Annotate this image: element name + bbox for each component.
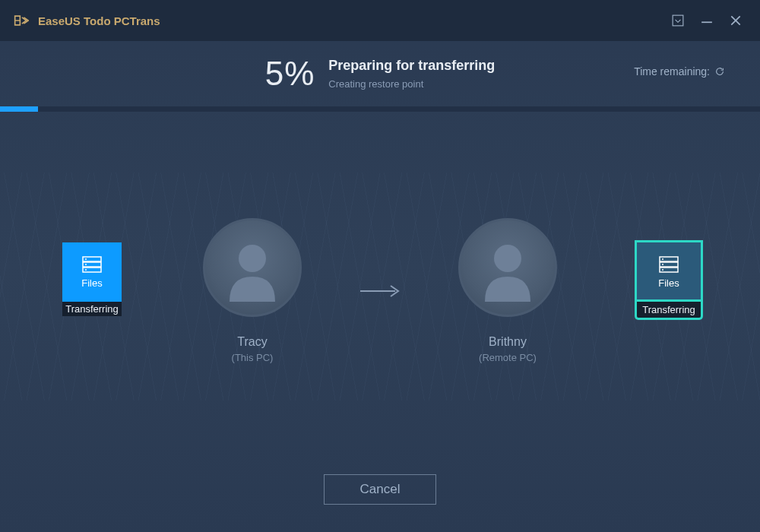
- transfer-arrow-icon: [359, 283, 401, 299]
- source-pc: Tracy (This PC): [176, 218, 328, 363]
- titlebar: EaseUS Todo PCTrans: [0, 0, 760, 41]
- status-title: Preparing for transferring: [328, 58, 495, 74]
- target-pc-name: Brithny: [489, 335, 527, 349]
- progress-fill: [0, 106, 38, 112]
- source-pc-role: (This PC): [232, 352, 274, 363]
- close-button[interactable]: [730, 14, 742, 27]
- minimize-button[interactable]: [701, 14, 713, 27]
- svg-point-16: [239, 245, 266, 272]
- status-header: 5% Preparing for transferring Creating r…: [0, 41, 760, 106]
- svg-rect-0: [673, 15, 683, 26]
- logo-icon: [14, 14, 29, 27]
- window-controls: [672, 0, 752, 41]
- progress-bar: [0, 106, 760, 112]
- cancel-button[interactable]: Cancel: [324, 474, 436, 505]
- target-pc: Brithny (Remote PC): [432, 218, 584, 363]
- svg-point-18: [494, 245, 521, 272]
- app-title: EaseUS Todo PCTrans: [38, 14, 160, 27]
- status-subtitle: Creating restore point: [328, 78, 495, 90]
- pc-avatars-row: Tracy (This PC) Brithny (Remote PC): [0, 218, 760, 363]
- footer: Cancel: [0, 474, 760, 505]
- transfer-visual: Files Transferring Files Transferring: [0, 112, 760, 461]
- dropdown-menu-button[interactable]: [672, 14, 684, 27]
- time-remaining-label: Time remaining:: [634, 65, 710, 78]
- progress-percent: 5%: [265, 55, 315, 93]
- target-avatar: [458, 218, 557, 317]
- time-remaining: Time remaining:: [634, 65, 725, 78]
- refresh-icon: [714, 66, 725, 77]
- person-icon: [470, 230, 546, 306]
- target-pc-role: (Remote PC): [479, 352, 537, 363]
- app-logo: EaseUS Todo PCTrans: [14, 14, 160, 27]
- source-avatar: [203, 218, 302, 317]
- person-icon: [214, 230, 290, 306]
- source-pc-name: Tracy: [237, 335, 267, 349]
